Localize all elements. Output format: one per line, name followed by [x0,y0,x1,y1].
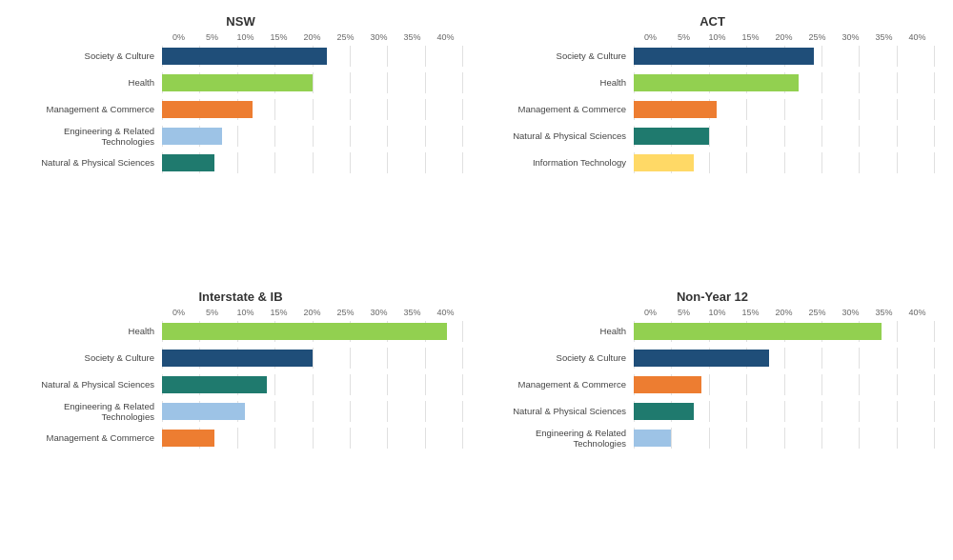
bar-container [162,152,462,173]
grid-line [897,152,898,173]
bar-row: Engineering & Related Technologies [19,401,462,422]
axis-tick: 10% [229,32,262,42]
grid-line [350,126,351,147]
bar-row: Management & Commerce [491,374,934,395]
chart-panel-interstate: Interstate & IB0%5%10%15%20%25%30%35%40%… [10,285,472,550]
grid-line [859,428,860,449]
bar-container [162,374,462,395]
grid-line [462,152,463,173]
bar-row: Management & Commerce [491,99,934,120]
bars-area-interstate: HealthSociety & CultureNatural & Physica… [19,321,462,449]
grid-line [746,428,747,449]
bar-container [634,46,934,67]
grid-line [821,401,822,422]
bar-fill [162,74,313,91]
axis-tick: 20% [295,308,329,317]
axis-tick: 15% [734,308,767,317]
axis-tick: 20% [295,32,329,42]
chart-title-nonyear12: Non-Year 12 [677,290,748,304]
axis-tick: 5% [667,32,700,42]
axis-labels-nsw: 0%5%10%15%20%25%30%35%40% [19,32,462,42]
bar-container [634,99,934,120]
grid-line [274,401,275,422]
bar-fill [162,376,267,393]
bar-fill [162,350,313,367]
bar-row: Management & Commerce [19,428,462,449]
grid-line [934,46,935,67]
axis-tick: 30% [362,32,395,42]
bar-fill [634,430,671,447]
bar-row: Information Technology [491,152,934,173]
grid-line [425,348,426,369]
grid-line [934,321,935,342]
bar-label: Health [491,326,634,336]
grid-line [934,374,935,395]
grid-line [237,428,238,449]
bar-row: Natural & Physical Sciences [491,401,934,422]
bar-fill [162,154,214,171]
bar-row: Natural & Physical Sciences [19,152,462,173]
bar-label: Health [19,77,162,88]
axis-tick: 35% [867,32,901,42]
grid-line [387,152,388,173]
grid-line [237,126,238,147]
bar-container [162,321,462,342]
axis-tick: 10% [700,308,734,317]
grid-line [425,401,426,422]
grid-line [859,99,860,120]
axis-tick: 25% [329,32,362,42]
grid-line [350,72,351,93]
grid-line [387,428,388,449]
bar-label: Society & Culture [19,50,162,61]
axis-tick: 5% [195,32,229,42]
axis-tick: 25% [801,308,834,317]
grid-line [859,126,860,147]
bar-fill [162,403,245,420]
grid-line [462,401,463,422]
bar-row: Society & Culture [491,348,934,369]
grid-line [274,152,275,173]
grid-line [859,152,860,173]
grid-line [350,428,351,449]
axis-tick: 40% [901,308,934,317]
grid-line [425,126,426,147]
bar-row: Society & Culture [491,46,934,67]
axis-tick: 10% [229,308,262,317]
grid-line [313,374,314,395]
bar-fill [634,323,882,340]
grid-line [274,374,275,395]
bar-fill [634,376,701,393]
bar-row: Society & Culture [19,348,462,369]
axis-tick: 20% [767,308,801,317]
grid-line [274,126,275,147]
axis-tick: 35% [867,308,901,317]
grid-line [821,374,822,395]
axis-tick: 35% [395,308,429,317]
bar-label: Engineering & Related Technologies [19,126,162,148]
axis-labels-interstate: 0%5%10%15%20%25%30%35%40% [19,308,462,317]
grid-line [859,348,860,369]
grid-line [462,374,463,395]
bar-row: Society & Culture [19,46,462,67]
dashboard: NSW0%5%10%15%20%25%30%35%40%Society & Cu… [0,0,953,560]
bar-row: Natural & Physical Sciences [19,374,462,395]
bar-container [162,348,462,369]
grid-line [897,72,898,93]
bar-fill [162,323,447,340]
axis-tick: 30% [362,308,395,317]
grid-line [237,152,238,173]
grid-line [934,126,935,147]
grid-line [313,99,314,120]
grid-line [709,126,710,147]
bar-container [634,374,934,395]
grid-line [784,428,785,449]
bar-fill [634,403,694,420]
bar-container [162,428,462,449]
grid-line [425,152,426,173]
chart-title-nsw: NSW [226,14,254,29]
axis-tick: 15% [262,32,295,42]
grid-line [462,348,463,369]
axis-tick: 5% [667,308,700,317]
bar-row: Health [19,321,462,342]
grid-line [387,99,388,120]
